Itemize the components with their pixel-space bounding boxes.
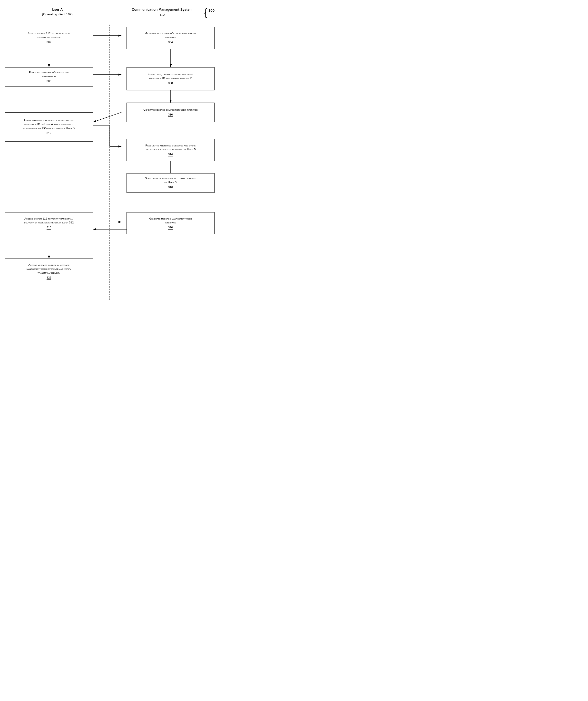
right-col-title: Communication Management System	[110, 7, 214, 12]
svg-line-6	[93, 112, 122, 122]
box-318-text: Access system 112 to verify transmittal/…	[24, 217, 73, 224]
box-310: Generate message composition user interf…	[127, 102, 214, 122]
diagram-container: { 300 User A (Operating client 102) Comm…	[5, 7, 214, 300]
left-col-subtitle: (Operating client 102)	[5, 12, 110, 17]
box-316-num: 316	[168, 185, 173, 189]
box-320-text: Generate message management userinterfac…	[149, 217, 192, 224]
box-318-num: 318	[46, 225, 51, 230]
box-304-text: Generate registration/authentication use…	[145, 31, 196, 39]
center-divider	[110, 25, 110, 300]
box-314-text: Receive the anonymous message and storet…	[145, 144, 196, 151]
box-308-text: If new user, create account and storeano…	[148, 72, 193, 80]
box-322-text: Access message outbox in messagemanageme…	[27, 263, 71, 275]
box-318: Access system 112 to verify transmittal/…	[5, 212, 93, 234]
box-306-text: Enter authentication/registrationinforma…	[29, 70, 69, 78]
ref-brace: {	[204, 6, 207, 18]
box-302: Access system 112 to compose newanonymou…	[5, 27, 93, 49]
box-312: Enter anonymous message addressed froman…	[5, 112, 93, 142]
box-304: Generate registration/authentication use…	[127, 27, 214, 49]
box-322-num: 322	[46, 276, 51, 280]
box-316: Send delivery notification to email addr…	[127, 173, 214, 193]
right-col-ref: 112	[155, 13, 169, 17]
box-310-num: 310	[168, 112, 173, 117]
box-314-num: 314	[168, 152, 173, 157]
right-column-header: Communication Management System 112	[110, 7, 214, 17]
box-312-num: 312	[46, 131, 51, 135]
box-314: Receive the anonymous message and storet…	[127, 139, 214, 161]
box-320-num: 320	[168, 225, 173, 230]
box-302-text: Access system 112 to compose newanonymou…	[28, 31, 70, 39]
box-308-num: 308	[168, 81, 173, 85]
box-306: Enter authentication/registrationinforma…	[5, 67, 93, 87]
box-310-text: Generate message composition user interf…	[143, 108, 198, 111]
box-312-text: Enter anonymous message addressed froman…	[23, 119, 74, 130]
flow-area: Access system 112 to compose newanonymou…	[5, 25, 214, 300]
box-322: Access message outbox in messagemanageme…	[5, 258, 93, 284]
left-col-title: User A	[5, 7, 110, 12]
box-316-text: Send delivery notification to email addr…	[145, 176, 196, 184]
box-304-num: 304	[168, 40, 173, 44]
ref-area: { 300	[204, 7, 214, 18]
box-306-num: 306	[46, 79, 51, 83]
left-column-header: User A (Operating client 102)	[5, 7, 110, 17]
ref-number: 300	[208, 8, 214, 12]
box-302-num: 302	[46, 40, 51, 44]
box-320: Generate message management userinterfac…	[127, 212, 214, 234]
column-headers: User A (Operating client 102) Communicat…	[5, 7, 214, 17]
box-308: If new user, create account and storeano…	[127, 67, 214, 90]
